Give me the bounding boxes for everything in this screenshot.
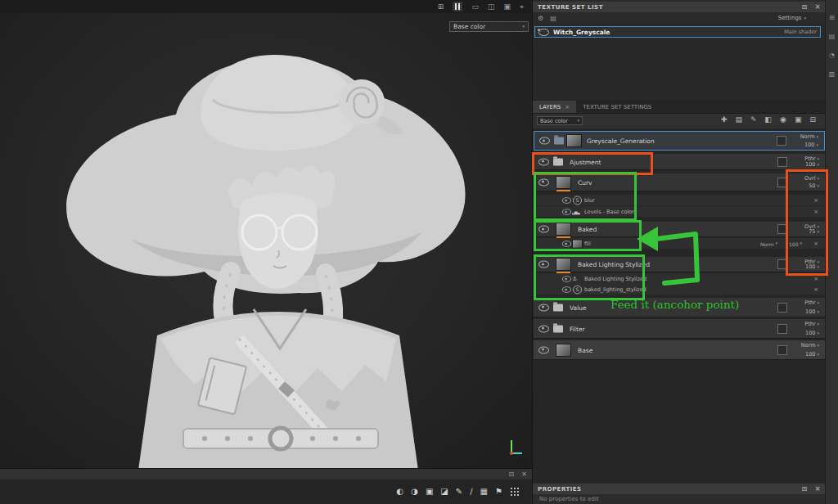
delete-effect-icon[interactable]: × [813, 241, 818, 247]
delete-effect-icon[interactable]: × [813, 286, 818, 293]
opacity-dropdown[interactable]: 100▾ [805, 263, 819, 270]
delete-effect-icon[interactable]: × [813, 197, 818, 204]
layer-name[interactable]: Ajustment [570, 158, 601, 165]
uv-grid-icon[interactable]: ▦ [480, 488, 488, 496]
visibility-eye-icon[interactable] [538, 325, 549, 332]
blend-mode-dropdown[interactable]: Norm▾ [801, 342, 819, 349]
add-smart-material-icon[interactable]: ◉ [780, 116, 786, 124]
solo-channel-icon[interactable]: ◑ [411, 488, 418, 496]
split-view-icon[interactable]: ◫ [488, 3, 495, 11]
mask-checkbox[interactable] [777, 259, 787, 269]
list-view-icon[interactable]: ▤ [550, 15, 556, 22]
effect-row-blur[interactable]: S blur × [534, 195, 825, 205]
blend-mode-dropdown[interactable]: Pthr▾ [804, 321, 819, 327]
pause-engine-icon[interactable] [453, 2, 462, 11]
symmetry-icon[interactable]: ∕ [470, 488, 472, 496]
visibility-eye-icon[interactable] [538, 29, 549, 36]
opacity-dropdown[interactable]: 100▾ [805, 308, 819, 315]
visibility-eye-icon[interactable] [562, 241, 571, 247]
opacity-dropdown[interactable]: 100▾ [805, 330, 819, 336]
visibility-eye-icon[interactable] [538, 226, 549, 233]
flag-icon[interactable]: ⚑ [495, 488, 502, 496]
settings-dropdown[interactable]: Settings ▾ [778, 15, 806, 21]
layer-row-baked[interactable]: Baked Ovrl▾ 75▾ [534, 222, 825, 237]
layer-name[interactable]: Value [570, 304, 587, 311]
opacity-dropdown[interactable]: 100▾ [805, 161, 819, 168]
visibility-eye-icon[interactable] [539, 137, 550, 145]
shader-settings-icon[interactable]: ▤ [829, 34, 836, 40]
add-stamp-icon[interactable]: ▤ [736, 116, 743, 124]
viewport-3d[interactable]: ⊞ ▭ ◫ ▣ ⌖ Base color ▾ [0, 0, 532, 468]
visibility-eye-icon[interactable] [538, 261, 549, 268]
visibility-eye-icon[interactable] [562, 197, 571, 204]
opacity-dropdown[interactable]: 100▾ [804, 142, 818, 148]
gear-icon[interactable]: ⚙ [538, 15, 543, 22]
tab-layers[interactable]: LAYERS × [533, 101, 576, 113]
delete-effect-icon[interactable]: × [813, 276, 818, 282]
layer-name[interactable]: Base [578, 346, 592, 353]
add-folder-icon[interactable]: ▣ [795, 116, 802, 124]
mask-checkbox[interactable] [777, 324, 787, 334]
effect-row-anchor[interactable]: ⚓ Baked Lighting Stylized × [534, 273, 825, 284]
undock-icon[interactable]: ⊡ [509, 470, 515, 479]
snap-grid-icon[interactable]: ⊞ [438, 3, 444, 11]
layer-row-base[interactable]: Base Norm▾ 100▾ [534, 340, 825, 360]
mask-checkbox[interactable] [777, 345, 787, 355]
effect-row-baked-lighting-generator[interactable]: S baked_lighting_stylized × [534, 284, 825, 295]
layers-channel-select[interactable]: Base color ▾ [537, 116, 583, 125]
add-effect-icon[interactable]: ✚ [721, 116, 728, 124]
layer-name[interactable]: Baked [578, 226, 597, 233]
paint-mode-icon[interactable]: ✎ [456, 488, 462, 496]
display-settings-icon[interactable]: ⊞ [829, 15, 835, 21]
apps-grid-icon[interactable] [510, 487, 519, 496]
effect-name[interactable]: blur [584, 197, 595, 204]
opacity-dropdown[interactable]: 75▾ [809, 228, 819, 235]
add-fill-layer-icon[interactable]: ◧ [765, 116, 773, 124]
blend-mode-dropdown[interactable]: Norm▾ [760, 241, 777, 246]
effect-name[interactable]: baked_lighting_stylized [584, 286, 647, 293]
mesh-view-icon[interactable]: ▣ [426, 488, 433, 496]
undock-icon[interactable]: ⊡ [802, 2, 808, 11]
close-icon[interactable]: × [815, 484, 821, 493]
effect-name[interactable]: Levels - Base color [584, 209, 634, 215]
close-icon[interactable]: × [815, 2, 821, 11]
visibility-eye-icon[interactable] [562, 209, 571, 215]
blend-mode-dropdown[interactable]: Ovrl▾ [804, 175, 819, 182]
visibility-eye-icon[interactable] [562, 276, 571, 282]
mask-checkbox[interactable] [777, 178, 787, 187]
blend-mode-dropdown[interactable]: Norm▾ [800, 133, 818, 140]
opacity-dropdown[interactable]: 100▾ [805, 351, 819, 358]
layer-row-value[interactable]: Value Pthr▾ 100▾ [534, 298, 825, 317]
texture-set-row[interactable]: Witch_Greyscale Main shader [534, 26, 821, 38]
visibility-eye-icon[interactable] [538, 178, 549, 186]
delete-effect-icon[interactable]: × [813, 209, 818, 215]
visibility-eye-icon[interactable] [562, 286, 571, 293]
shelf-icon[interactable]: ▥ [829, 71, 836, 78]
visibility-eye-icon[interactable] [538, 158, 549, 165]
effect-name[interactable]: fill [584, 241, 591, 247]
wireframe-icon[interactable]: ◪ [440, 488, 448, 496]
layer-row-greyscale-generation[interactable]: Greyscale_Generation Norm▾ 100▾ [534, 131, 825, 151]
layer-name[interactable]: Baked Lighting Stylized [578, 261, 650, 268]
layer-name[interactable]: Filter [570, 325, 585, 332]
layer-row-curv[interactable]: Curv Ovrl▾ 50▾ [534, 173, 825, 191]
axis-gizmo[interactable] [506, 437, 527, 458]
add-paint-layer-icon[interactable]: ✎ [750, 116, 757, 124]
layer-row-filter[interactable]: Filter Pthr▾ 100▾ [534, 319, 825, 339]
mask-checkbox[interactable] [777, 157, 787, 167]
camera-icon[interactable]: ⌖ [520, 3, 524, 11]
undock-icon[interactable]: ⊡ [802, 484, 808, 493]
opacity-dropdown[interactable]: 100▾ [789, 241, 802, 246]
rectangle-select-icon[interactable]: ▭ [471, 3, 479, 11]
effect-row-levels[interactable]: ▂▅▃ Levels - Base color × [534, 206, 825, 217]
history-icon[interactable]: ◔ [829, 52, 835, 59]
tab-texture-set-settings[interactable]: TEXTURE SET SETTINGS [576, 101, 658, 113]
mask-checkbox[interactable] [777, 224, 787, 234]
layer-name[interactable]: Curv [578, 178, 592, 186]
effect-row-fill[interactable]: fill Norm▾ 100▾ × [534, 238, 825, 249]
close-icon[interactable]: × [521, 470, 527, 479]
perspective-icon[interactable]: ▣ [503, 3, 511, 11]
material-view-icon[interactable]: ◐ [396, 488, 403, 496]
opacity-dropdown[interactable]: 50▾ [809, 182, 819, 189]
visibility-eye-icon[interactable] [538, 346, 549, 353]
